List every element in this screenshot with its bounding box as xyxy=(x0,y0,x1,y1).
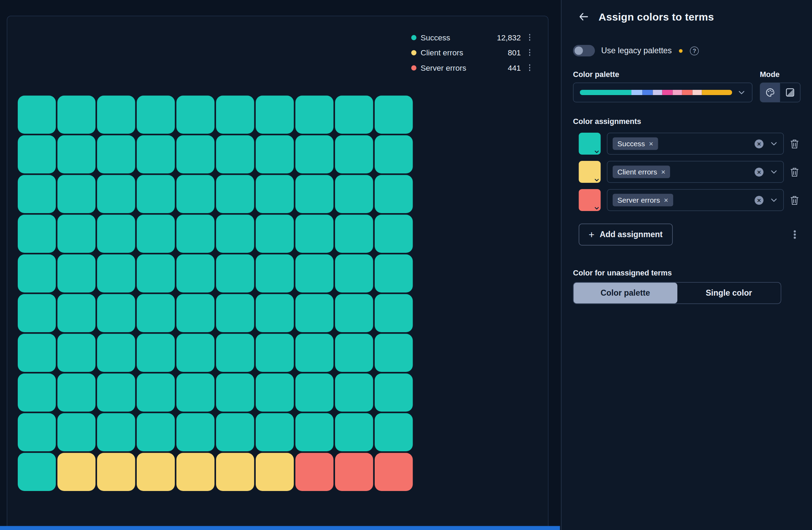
waffle-cell[interactable] xyxy=(137,255,175,293)
waffle-cell[interactable] xyxy=(256,175,294,213)
waffle-cell[interactable] xyxy=(57,413,96,452)
waffle-cell[interactable] xyxy=(335,294,373,333)
waffle-cell[interactable] xyxy=(216,374,254,412)
waffle-cell[interactable] xyxy=(97,215,135,253)
waffle-cell[interactable] xyxy=(18,453,56,491)
waffle-cell[interactable] xyxy=(176,294,215,333)
waffle-cell[interactable] xyxy=(176,453,215,491)
waffle-cell[interactable] xyxy=(335,175,373,213)
waffle-cell[interactable] xyxy=(216,294,254,333)
waffle-cell[interactable] xyxy=(176,135,215,174)
waffle-cell[interactable] xyxy=(216,334,254,372)
waffle-cell[interactable] xyxy=(137,215,175,253)
waffle-cell[interactable] xyxy=(57,255,96,293)
waffle-cell[interactable] xyxy=(256,215,294,253)
color-swatch-button[interactable] xyxy=(579,189,601,211)
waffle-cell[interactable] xyxy=(57,215,96,253)
term-combobox[interactable]: Server errors✕✕ xyxy=(607,189,784,211)
waffle-cell[interactable] xyxy=(18,334,56,372)
waffle-cell[interactable] xyxy=(57,453,96,491)
waffle-cell[interactable] xyxy=(375,294,413,333)
waffle-cell[interactable] xyxy=(216,453,254,491)
legend-actions-icon[interactable] xyxy=(525,33,534,42)
help-icon[interactable]: ? xyxy=(690,46,699,55)
waffle-cell[interactable] xyxy=(137,294,175,333)
waffle-cell[interactable] xyxy=(97,453,135,491)
waffle-cell[interactable] xyxy=(137,413,175,452)
legacy-palettes-toggle[interactable] xyxy=(573,45,595,56)
legend-item[interactable]: Server errors441 xyxy=(411,60,534,76)
delete-assignment-button[interactable] xyxy=(790,194,801,206)
waffle-cell[interactable] xyxy=(18,255,56,293)
waffle-cell[interactable] xyxy=(97,255,135,293)
waffle-cell[interactable] xyxy=(216,413,254,452)
waffle-cell[interactable] xyxy=(375,96,413,134)
waffle-cell[interactable] xyxy=(97,96,135,134)
waffle-cell[interactable] xyxy=(256,374,294,412)
waffle-cell[interactable] xyxy=(57,96,96,134)
waffle-cell[interactable] xyxy=(18,175,56,213)
waffle-cell[interactable] xyxy=(57,374,96,412)
color-swatch-button[interactable] xyxy=(579,161,601,183)
waffle-cell[interactable] xyxy=(335,374,373,412)
legend-actions-icon[interactable] xyxy=(525,48,534,57)
waffle-cell[interactable] xyxy=(335,215,373,253)
clear-selection-button[interactable]: ✕ xyxy=(755,167,764,177)
legend-actions-icon[interactable] xyxy=(525,63,534,72)
legend-item[interactable]: Success12,832 xyxy=(411,30,534,45)
waffle-cell[interactable] xyxy=(295,294,334,333)
waffle-cell[interactable] xyxy=(295,255,334,293)
waffle-cell[interactable] xyxy=(137,135,175,174)
color-palette-select[interactable] xyxy=(573,83,753,102)
waffle-cell[interactable] xyxy=(375,413,413,452)
waffle-cell[interactable] xyxy=(375,453,413,491)
waffle-cell[interactable] xyxy=(216,255,254,293)
waffle-cell[interactable] xyxy=(176,175,215,213)
waffle-cell[interactable] xyxy=(18,294,56,333)
pill-remove-icon[interactable]: ✕ xyxy=(648,140,653,147)
waffle-cell[interactable] xyxy=(375,255,413,293)
waffle-cell[interactable] xyxy=(57,175,96,213)
term-combobox[interactable]: Client errors✕✕ xyxy=(607,161,784,183)
waffle-cell[interactable] xyxy=(176,255,215,293)
waffle-cell[interactable] xyxy=(295,96,334,134)
waffle-cell[interactable] xyxy=(295,175,334,213)
waffle-cell[interactable] xyxy=(137,96,175,134)
waffle-cell[interactable] xyxy=(335,334,373,372)
waffle-cell[interactable] xyxy=(176,374,215,412)
waffle-cell[interactable] xyxy=(295,453,334,491)
waffle-cell[interactable] xyxy=(176,96,215,134)
waffle-cell[interactable] xyxy=(18,413,56,452)
waffle-cell[interactable] xyxy=(18,135,56,174)
waffle-cell[interactable] xyxy=(216,175,254,213)
waffle-cell[interactable] xyxy=(335,453,373,491)
waffle-cell[interactable] xyxy=(57,334,96,372)
waffle-cell[interactable] xyxy=(216,215,254,253)
mode-palette-button[interactable] xyxy=(760,83,780,102)
assignments-menu-icon[interactable] xyxy=(790,229,799,240)
unassigned-option-color-palette[interactable]: Color palette xyxy=(574,283,677,304)
waffle-cell[interactable] xyxy=(295,215,334,253)
delete-assignment-button[interactable] xyxy=(790,166,801,178)
term-combobox[interactable]: Success✕✕ xyxy=(607,133,784,155)
waffle-cell[interactable] xyxy=(137,175,175,213)
waffle-cell[interactable] xyxy=(97,294,135,333)
waffle-cell[interactable] xyxy=(295,135,334,174)
waffle-cell[interactable] xyxy=(375,215,413,253)
waffle-cell[interactable] xyxy=(176,413,215,452)
waffle-cell[interactable] xyxy=(18,215,56,253)
unassigned-option-single-color[interactable]: Single color xyxy=(677,283,781,304)
add-assignment-button[interactable]: + Add assignment xyxy=(579,224,673,245)
waffle-cell[interactable] xyxy=(335,255,373,293)
waffle-cell[interactable] xyxy=(375,175,413,213)
waffle-cell[interactable] xyxy=(137,374,175,412)
waffle-cell[interactable] xyxy=(176,215,215,253)
delete-assignment-button[interactable] xyxy=(790,138,801,149)
waffle-cell[interactable] xyxy=(295,413,334,452)
waffle-cell[interactable] xyxy=(375,334,413,372)
color-swatch-button[interactable] xyxy=(579,133,601,155)
waffle-cell[interactable] xyxy=(256,294,294,333)
waffle-cell[interactable] xyxy=(18,96,56,134)
waffle-cell[interactable] xyxy=(256,453,294,491)
clear-selection-button[interactable]: ✕ xyxy=(755,196,764,205)
